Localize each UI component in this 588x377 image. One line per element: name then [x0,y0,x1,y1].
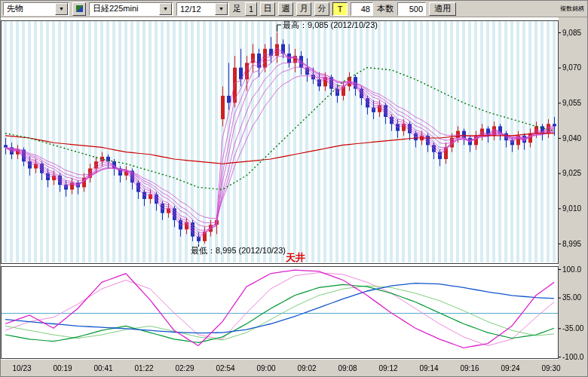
chevron-down-icon[interactable]: ▼ [55,3,68,15]
bar-count-label: 本数 [376,3,394,14]
timeframe-minute-button[interactable]: 分 [314,2,329,16]
timeframe-tick-button[interactable]: T [332,2,348,16]
market-select[interactable]: 先物 ▼ [3,2,69,16]
market-select-value: 先物 [4,3,54,14]
chart-application-window: 先物 ▼ 日経225mini ▼ 12/12 ▼ 足 1 日 週 月 分 T 4… [0,0,588,377]
symbol-grid-icon [76,5,83,12]
chevron-down-icon[interactable]: ▼ [215,3,228,15]
toolbar: 先物 ▼ 日経225mini ▼ 12/12 ▼ 足 1 日 週 月 分 T 4… [1,1,587,17]
multi-symbol-label[interactable]: 複数銘柄 [560,5,584,13]
bar-type-label: 足 [232,3,242,14]
symbol-list-button[interactable] [72,2,86,16]
tick-count-input[interactable]: 48 [351,2,373,16]
symbol-select[interactable]: 日経225mini ▼ [89,2,173,16]
chevron-down-icon[interactable]: ▼ [159,3,172,15]
bar-count-input[interactable]: 500 [397,2,426,16]
contract-month-select[interactable]: 12/12 ▼ [176,2,229,16]
price-chart-canvas[interactable] [1,17,588,377]
symbol-select-value: 日経225mini [90,3,158,14]
apply-button[interactable]: 適用 [429,2,456,16]
timeframe-1-button[interactable]: 1 [245,2,257,16]
timeframe-month-button[interactable]: 月 [296,2,311,16]
timeframe-week-button[interactable]: 週 [278,2,293,16]
contract-month-value: 12/12 [177,5,214,14]
timeframe-day-button[interactable]: 日 [260,2,275,16]
